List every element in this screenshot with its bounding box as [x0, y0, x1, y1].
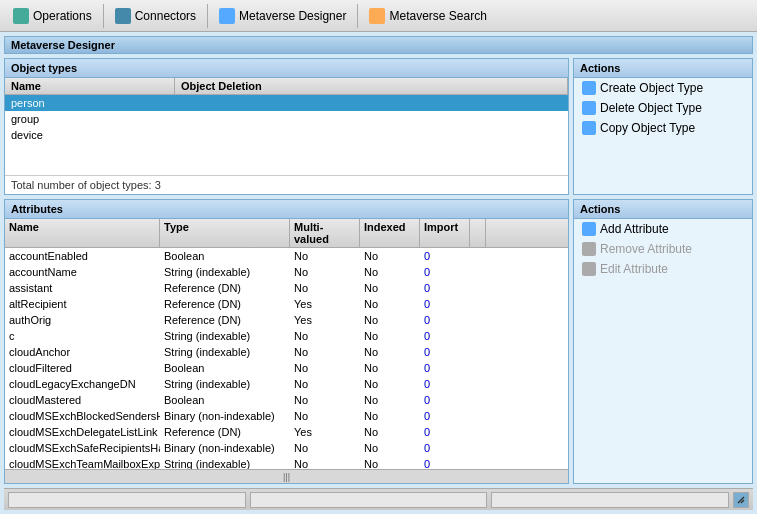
attr-row[interactable]: cloudMSExchTeamMailboxExpirati... String… [5, 456, 568, 469]
attr-action-item[interactable]: Add Attribute [574, 219, 752, 239]
attr-multi-cell: No [290, 361, 360, 375]
attr-indexed-cell: No [360, 265, 420, 279]
toolbar-divider-3 [357, 4, 358, 28]
attr-name-cell: cloudMSExchDelegateListLink [5, 425, 160, 439]
attr-row[interactable]: cloudMSExchBlockedSendersHash Binary (no… [5, 408, 568, 424]
action-icon [582, 101, 596, 115]
attr-action-item: Remove Attribute [574, 239, 752, 259]
obj-name-cell: group [11, 112, 181, 126]
obj-deletion-cell [181, 112, 562, 126]
object-action-item[interactable]: Delete Object Type [574, 98, 752, 118]
object-type-row[interactable]: group [5, 111, 568, 127]
attr-row[interactable]: cloudMastered Boolean No No 0 [5, 392, 568, 408]
attributes-panel: Attributes Name Type Multi-valued Indexe… [4, 199, 569, 484]
attr-multi-cell: No [290, 377, 360, 391]
attr-action-label: Remove Attribute [600, 242, 692, 256]
attr-indexed-cell: No [360, 281, 420, 295]
attr-type-cell: Binary (non-indexable) [160, 441, 290, 455]
attr-indexed-cell: No [360, 393, 420, 407]
attr-multi-cell: No [290, 345, 360, 359]
object-action-item[interactable]: Copy Object Type [574, 118, 752, 138]
attr-indexed-cell: No [360, 313, 420, 327]
toolbar-divider-2 [207, 4, 208, 28]
obj-name-cell: device [11, 128, 181, 142]
object-actions-title: Actions [574, 59, 752, 78]
attr-col-header-import: Import [420, 219, 470, 247]
attr-type-cell: String (indexable) [160, 329, 290, 343]
status-pane-2 [250, 492, 488, 508]
attr-indexed-cell: No [360, 425, 420, 439]
attr-col-header-multi: Multi-valued [290, 219, 360, 247]
attr-name-cell: cloudMastered [5, 393, 160, 407]
attr-import-cell: 0 [420, 409, 470, 423]
attr-table-body[interactable]: accountEnabled Boolean No No 0 accountNa… [5, 248, 568, 469]
operations-label: Operations [33, 9, 92, 23]
attr-name-cell: authOrig [5, 313, 160, 327]
action-label: Copy Object Type [600, 121, 695, 135]
col-header-name: Name [5, 78, 175, 94]
attr-row[interactable]: cloudFiltered Boolean No No 0 [5, 360, 568, 376]
attr-row[interactable]: assistant Reference (DN) No No 0 [5, 280, 568, 296]
attr-action-label: Add Attribute [600, 222, 669, 236]
attr-import-cell: 0 [420, 297, 470, 311]
attr-type-cell: String (indexable) [160, 457, 290, 469]
object-types-status: Total number of object types: 3 [5, 175, 568, 194]
attr-row[interactable]: accountName String (indexable) No No 0 [5, 264, 568, 280]
attr-indexed-cell: No [360, 329, 420, 343]
attr-import-cell: 0 [420, 425, 470, 439]
bottom-icon[interactable] [733, 492, 749, 508]
attr-row[interactable]: cloudAnchor String (indexable) No No 0 [5, 344, 568, 360]
attr-type-cell: Reference (DN) [160, 425, 290, 439]
attr-name-cell: altRecipient [5, 297, 160, 311]
object-types-body: person group device [5, 95, 568, 175]
attr-row[interactable]: altRecipient Reference (DN) Yes No 0 [5, 296, 568, 312]
attr-multi-cell: Yes [290, 297, 360, 311]
attr-type-cell: String (indexable) [160, 345, 290, 359]
operations-button[interactable]: Operations [4, 2, 101, 30]
attr-type-cell: String (indexable) [160, 265, 290, 279]
obj-deletion-cell [181, 128, 562, 142]
attr-indexed-cell: No [360, 377, 420, 391]
attr-action-icon [582, 262, 596, 276]
attr-indexed-cell: No [360, 297, 420, 311]
attr-import-cell: 0 [420, 265, 470, 279]
attr-multi-cell: No [290, 329, 360, 343]
object-type-row[interactable]: person [5, 95, 568, 111]
attr-row[interactable]: cloudMSExchSafeRecipientsHash Binary (no… [5, 440, 568, 456]
section-title: Metaverse Designer [4, 36, 753, 54]
attr-type-cell: Reference (DN) [160, 297, 290, 311]
attr-name-cell: cloudMSExchBlockedSendersHash [5, 409, 160, 423]
attr-name-cell: assistant [5, 281, 160, 295]
attr-name-cell: cloudMSExchTeamMailboxExpirati... [5, 457, 160, 469]
obj-deletion-cell [181, 96, 562, 110]
attr-import-cell: 0 [420, 313, 470, 327]
object-action-item[interactable]: Create Object Type [574, 78, 752, 98]
mv-search-button[interactable]: Metaverse Search [360, 2, 495, 30]
attr-multi-cell: No [290, 457, 360, 469]
status-pane-3 [491, 492, 729, 508]
action-icon [582, 81, 596, 95]
attr-indexed-cell: No [360, 409, 420, 423]
mv-designer-button[interactable]: Metaverse Designer [210, 2, 355, 30]
attr-import-cell: 0 [420, 361, 470, 375]
attr-import-cell: 0 [420, 329, 470, 343]
attr-row[interactable]: authOrig Reference (DN) Yes No 0 [5, 312, 568, 328]
object-types-title: Object types [5, 59, 568, 78]
attr-row[interactable]: cloudLegacyExchangeDN String (indexable)… [5, 376, 568, 392]
action-label: Create Object Type [600, 81, 703, 95]
mv-designer-icon [219, 8, 235, 24]
attr-hscroll[interactable]: ||| [5, 469, 568, 483]
attr-multi-cell: No [290, 409, 360, 423]
action-label: Delete Object Type [600, 101, 702, 115]
attr-type-cell: Reference (DN) [160, 313, 290, 327]
attr-row[interactable]: accountEnabled Boolean No No 0 [5, 248, 568, 264]
attr-row[interactable]: cloudMSExchDelegateListLink Reference (D… [5, 424, 568, 440]
object-type-row[interactable]: device [5, 127, 568, 143]
attr-indexed-cell: No [360, 361, 420, 375]
object-actions-body: Create Object Type Delete Object Type Co… [574, 78, 752, 138]
connectors-button[interactable]: Connectors [106, 2, 205, 30]
attr-type-cell: Binary (non-indexable) [160, 409, 290, 423]
attr-row[interactable]: c String (indexable) No No 0 [5, 328, 568, 344]
status-pane-1 [8, 492, 246, 508]
operations-icon [13, 8, 29, 24]
